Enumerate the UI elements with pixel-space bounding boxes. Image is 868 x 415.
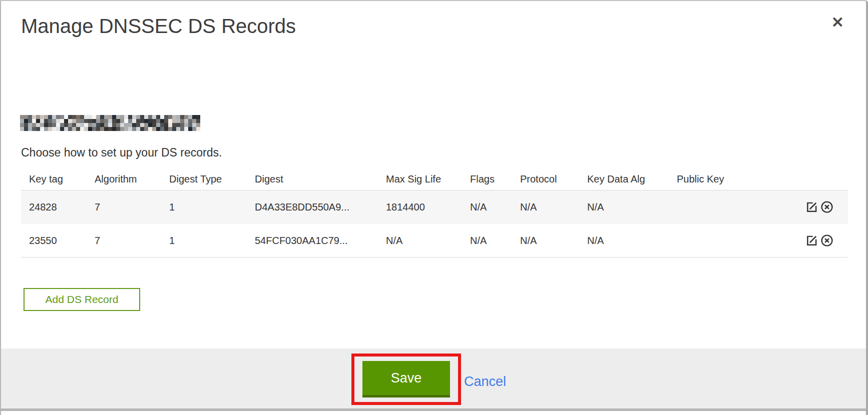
cell-max-sig-life: N/A [378, 235, 462, 246]
edit-record-icon[interactable] [805, 234, 819, 248]
cell-algorithm: 7 [87, 202, 161, 213]
delete-record-icon[interactable] [820, 200, 834, 214]
save-button[interactable]: Save [362, 361, 450, 398]
page-title: Manage DNSSEC DS Records [21, 15, 296, 38]
cell-key-tag: 23550 [21, 235, 87, 246]
column-header-key-tag: Key tag [21, 174, 87, 185]
column-header-public-key: Public Key [669, 174, 749, 185]
cell-key-data-alg: N/A [579, 235, 669, 246]
cell-actions [749, 234, 848, 248]
cell-key-tag: 24828 [21, 202, 87, 213]
cell-actions [749, 200, 848, 214]
cell-protocol: N/A [512, 235, 579, 246]
save-button-highlight-annotation: Save [351, 354, 461, 405]
setup-instruction-text: Choose how to set up your DS records. [21, 146, 222, 160]
page-bottom-strip [1, 411, 866, 415]
column-header-key-data-alg: Key Data Alg [579, 174, 669, 185]
cell-digest: 54FCF030AA1C79... [247, 235, 378, 246]
column-header-digest: Digest [247, 174, 378, 185]
cell-digest-type: 1 [161, 202, 247, 213]
table-header-row: Key tag Algorithm Digest Type Digest Max… [21, 168, 848, 190]
table-row: 24828 7 1 D4A33E8DD550A9... 1814400 N/A … [21, 190, 848, 224]
cell-key-data-alg: N/A [579, 202, 669, 213]
ds-records-table: Key tag Algorithm Digest Type Digest Max… [21, 168, 848, 258]
redacted-domain-name [20, 115, 200, 131]
cell-flags: N/A [462, 202, 512, 213]
cell-algorithm: 7 [87, 235, 161, 246]
close-icon[interactable]: ✕ [829, 13, 846, 32]
cell-max-sig-life: 1814400 [378, 202, 462, 213]
column-header-max-sig-life: Max Sig Life [378, 174, 462, 185]
manage-dnssec-modal: Manage DNSSEC DS Records ✕ Choose how to… [0, 0, 868, 415]
cell-digest-type: 1 [161, 235, 247, 246]
cancel-link[interactable]: Cancel [464, 374, 506, 390]
column-header-algorithm: Algorithm [87, 174, 161, 185]
add-ds-record-button[interactable]: Add DS Record [24, 288, 140, 311]
cell-protocol: N/A [512, 202, 579, 213]
column-header-flags: Flags [462, 174, 512, 185]
delete-record-icon[interactable] [820, 234, 834, 248]
column-header-protocol: Protocol [512, 174, 579, 185]
edit-record-icon[interactable] [805, 200, 819, 214]
column-header-digest-type: Digest Type [161, 174, 247, 185]
cell-digest: D4A33E8DD550A9... [247, 202, 378, 213]
table-row: 23550 7 1 54FCF030AA1C79... N/A N/A N/A … [21, 224, 848, 258]
cell-flags: N/A [462, 235, 512, 246]
